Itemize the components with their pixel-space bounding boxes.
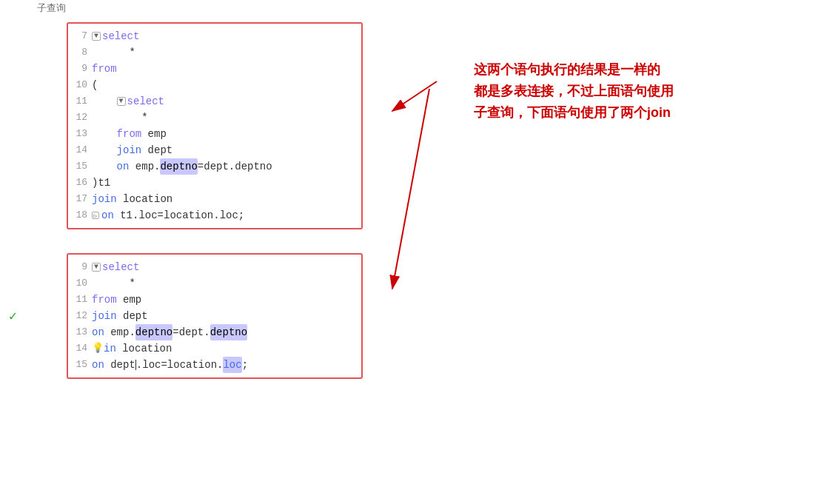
code-text: * — [92, 110, 148, 126]
right-panel: 这两个语句执行的结果是一样的 都是多表连接，不过上面语句使用 子查询，下面语句使… — [385, 0, 818, 504]
line-num: 9 — [74, 61, 87, 77]
code-text: emp — [141, 126, 167, 142]
annotation-line3: 子查询，下面语句使用了两个join — [474, 102, 711, 124]
code-text: location — [117, 191, 173, 207]
left-panel: 子查询 7 ▼ select 8 * 9 from — [0, 0, 385, 504]
code-line: 15 on dept.loc=location.loc; — [74, 357, 355, 373]
fold-icon[interactable]: ▼ — [92, 32, 101, 41]
fold-icon[interactable]: ▼ — [92, 263, 101, 272]
main-container: 子查询 7 ▼ select 8 * 9 from — [0, 0, 818, 504]
lightbulb-icon: 💡 — [92, 340, 104, 357]
code-line: 12 * — [74, 110, 355, 126]
code-line: 17 join location — [74, 191, 355, 207]
code-line: 9 from — [74, 61, 355, 77]
code-line: 8 * — [74, 44, 355, 61]
line-num: 14 — [74, 340, 87, 357]
code-block-1: 7 ▼ select 8 * 9 from 10 ( — [67, 22, 363, 229]
code-line: 10 ( — [74, 77, 355, 93]
code-line: 12 join dept — [74, 308, 355, 324]
keyword: from — [92, 61, 117, 77]
code-text: dept — [104, 357, 135, 373]
line-num: 7 — [74, 28, 87, 44]
line-num: 9 — [74, 259, 87, 275]
code-line: 13 on emp.deptno=dept.deptno — [74, 324, 355, 340]
top-label: 子查询 — [0, 0, 385, 16]
code-text: deptno — [160, 158, 197, 175]
annotation-line1: 这两个语句执行的结果是一样的 — [474, 59, 711, 81]
annotation-text: 这两个语句执行的结果是一样的 都是多表连接，不过上面语句使用 子查询，下面语句使… — [474, 59, 711, 123]
line-num: 12 — [74, 110, 87, 126]
code-text: emp. — [104, 324, 135, 340]
line-num: 13 — [74, 324, 87, 340]
keyword: from — [117, 126, 142, 142]
code-text — [92, 93, 117, 110]
code-text: dept — [117, 308, 148, 324]
code-line: 15 on emp.deptno=dept.deptno — [74, 158, 355, 175]
svg-line-1 — [392, 81, 437, 111]
code-text: location — [116, 340, 172, 357]
line-num: 13 — [74, 126, 87, 142]
keyword: on — [92, 357, 104, 373]
line-num: 18 — [74, 207, 87, 224]
code-line: 13 from emp — [74, 126, 355, 142]
line-num: 11 — [74, 292, 87, 308]
code-text: dept — [141, 142, 172, 158]
keyword: select — [102, 28, 139, 44]
keyword: on — [101, 207, 114, 224]
line-num: 8 — [74, 44, 87, 61]
code-text: )t1 — [92, 175, 110, 191]
code-text — [92, 142, 117, 158]
fold-icon-small[interactable]: ▷ — [92, 212, 99, 219]
line-num: 15 — [74, 357, 87, 373]
code-text — [92, 158, 117, 175]
code-text: loc — [223, 357, 241, 373]
line-num: 17 — [74, 191, 87, 207]
line-num: 16 — [74, 175, 87, 191]
keyword: join — [92, 191, 117, 207]
check-mark: ✓ — [9, 308, 17, 324]
keyword: join — [117, 142, 142, 158]
code-text: t1.loc=location.loc; — [114, 207, 244, 224]
line-num: 10 — [74, 275, 87, 292]
keyword: in — [104, 340, 116, 357]
code-text: * — [92, 275, 135, 292]
code-line: 11 ▼ select — [74, 93, 355, 110]
keyword: on — [117, 158, 130, 175]
line-num: 12 — [74, 308, 87, 324]
code-text: =dept.deptno — [198, 158, 272, 175]
code-line: 14 💡 in location — [74, 340, 355, 357]
keyword: select — [102, 259, 139, 275]
code-line: 9 ▼ select — [74, 259, 355, 275]
code-line: 10 * — [74, 275, 355, 292]
code-line: 18 ▷ on t1.loc=location.loc; — [74, 207, 355, 224]
code-text: deptno — [135, 324, 172, 340]
code-text: emp. — [129, 158, 160, 175]
code-line: 16 )t1 — [74, 175, 355, 191]
keyword: join — [92, 308, 117, 324]
line-num: 15 — [74, 158, 87, 175]
code-line: 7 ▼ select — [74, 28, 355, 44]
line-num: 14 — [74, 142, 87, 158]
fold-icon[interactable]: ▼ — [117, 97, 126, 106]
code-text: emp — [117, 292, 142, 308]
keyword: from — [92, 292, 117, 308]
code-text: deptno — [210, 324, 247, 340]
code-line: 14 join dept — [74, 142, 355, 158]
code-text — [92, 126, 117, 142]
annotation-line2: 都是多表连接，不过上面语句使用 — [474, 81, 711, 102]
code-block-2: 9 ▼ select 10 * 11 from emp 12 — [67, 253, 363, 379]
code-text: * — [92, 44, 135, 61]
line-num: 11 — [74, 93, 87, 110]
code-text: ; — [242, 357, 248, 373]
line-num: 10 — [74, 77, 87, 93]
svg-line-2 — [392, 89, 429, 289]
code-text: ( — [92, 77, 98, 93]
code-text: =dept. — [172, 324, 209, 340]
keyword: on — [92, 324, 104, 340]
code-text: .loc=location. — [136, 357, 224, 373]
keyword: select — [127, 93, 164, 110]
code-line: 11 from emp — [74, 292, 355, 308]
